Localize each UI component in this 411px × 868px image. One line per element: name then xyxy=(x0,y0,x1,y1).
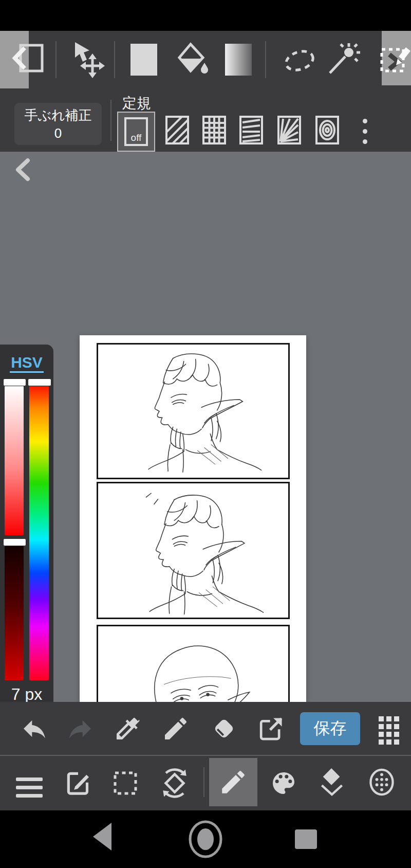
redo-icon[interactable] xyxy=(66,714,95,745)
toolbar-top xyxy=(0,31,411,88)
status-bar xyxy=(0,0,411,31)
ruler-diagonal-button[interactable] xyxy=(165,116,189,144)
pen-icon[interactable] xyxy=(161,714,190,745)
action-bar: 保存 xyxy=(0,702,411,755)
color-swatch-icon[interactable] xyxy=(130,44,157,76)
sv-slider-top[interactable] xyxy=(5,386,24,535)
rotate-canvas-icon[interactable] xyxy=(157,766,192,803)
eyedropper-icon[interactable] xyxy=(113,714,142,745)
materials-grid-icon[interactable] xyxy=(379,716,399,745)
hue-slider-handle[interactable] xyxy=(28,378,51,386)
divider xyxy=(110,100,111,141)
hsv-mode-link[interactable]: HSV xyxy=(0,354,53,371)
sketch-panel-2 xyxy=(97,482,290,619)
nav-recents-icon[interactable] xyxy=(295,829,317,849)
grid-icon xyxy=(202,116,226,144)
ruler-off-button[interactable]: off xyxy=(117,112,155,152)
bucket-fill-icon[interactable] xyxy=(174,41,211,80)
ruler-off-icon: off xyxy=(124,117,148,146)
app-screen: 手ぶれ補正 0 定規 off xyxy=(0,0,411,868)
sketch-panel-1 xyxy=(97,343,290,479)
divider xyxy=(265,41,266,78)
lasso-select-icon[interactable] xyxy=(281,41,318,80)
stabilization-button[interactable]: 手ぶれ補正 0 xyxy=(14,103,102,145)
chevron-left-icon[interactable] xyxy=(13,158,33,184)
gradient-fill-icon[interactable] xyxy=(225,44,252,76)
radial-lines-icon xyxy=(277,116,301,144)
parallel-lines-icon xyxy=(239,116,263,144)
ruler-off-text: off xyxy=(126,132,146,143)
online-materials-icon[interactable] xyxy=(366,766,398,800)
divider xyxy=(203,767,204,797)
sv-slider-bottom[interactable] xyxy=(5,546,24,680)
save-button[interactable]: 保存 xyxy=(300,712,360,745)
menu-icon[interactable] xyxy=(16,773,43,802)
divider xyxy=(114,41,115,78)
diagonal-stripes-icon xyxy=(165,116,189,144)
more-vertical-icon[interactable] xyxy=(363,113,367,150)
layers-icon[interactable] xyxy=(315,766,348,801)
nav-back-icon[interactable] xyxy=(93,823,111,853)
sv-slider-handle-top[interactable] xyxy=(3,378,26,386)
bottom-toolbar xyxy=(0,756,411,810)
sv-slider-handle[interactable] xyxy=(3,538,26,546)
ruler-grid-button[interactable] xyxy=(202,116,226,144)
ruler-radial-button[interactable] xyxy=(277,116,301,144)
move-tool-icon[interactable] xyxy=(68,41,105,80)
ruler-label: 定規 xyxy=(122,94,151,113)
magic-wand-icon[interactable] xyxy=(326,41,363,80)
ruler-parallel-button[interactable] xyxy=(239,116,263,144)
hue-slider[interactable] xyxy=(29,382,49,680)
ruler-concentric-button[interactable] xyxy=(315,116,339,144)
collapse-panel-icon[interactable] xyxy=(8,40,45,79)
stabilization-value: 0 xyxy=(14,125,102,141)
pen-tool-active[interactable] xyxy=(209,758,257,806)
undo-icon[interactable] xyxy=(20,714,49,745)
concentric-circles-icon xyxy=(315,116,339,144)
nav-home-icon[interactable] xyxy=(186,820,225,861)
android-nav-bar xyxy=(0,810,411,868)
eraser-icon[interactable] xyxy=(210,714,238,745)
workspace: HSV 7 px 8 % xyxy=(0,152,411,702)
export-icon[interactable] xyxy=(257,714,286,745)
selection-pen-icon[interactable] xyxy=(379,42,411,77)
stabilization-label: 手ぶれ補正 xyxy=(14,106,102,124)
brush-size-value: 7 px xyxy=(0,685,53,704)
toolbar-options: 手ぶれ補正 0 定規 off xyxy=(0,88,411,152)
divider xyxy=(55,41,57,78)
pen-active-icon xyxy=(218,767,248,797)
rect-select-icon[interactable] xyxy=(111,769,140,800)
edit-canvas-icon[interactable] xyxy=(64,769,92,800)
palette-icon[interactable] xyxy=(269,769,298,800)
